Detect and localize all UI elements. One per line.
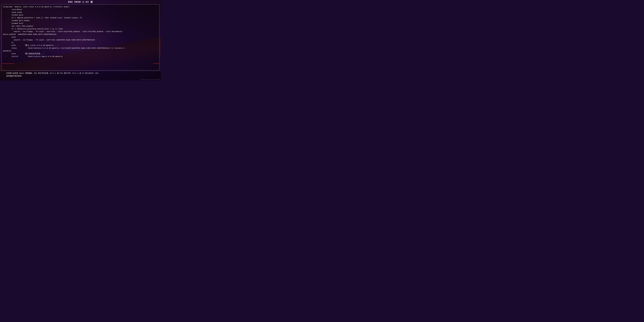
grub-title: GNU GRUB 2.02 版 [68,1,93,3]
code-content: setparams 'Ubuntu, with Linux 5.3.0-28-g… [2,4,159,59]
code-line-18: echo '载入初始化内存盘...' [3,52,158,55]
code-line-0: setparams 'Ubuntu, with Linux 5.3.0-28-g… [3,6,158,8]
red-underline-right [153,64,160,64]
status-text: 支持最小化的类 Emacs 屏幕编辑。Tab 列出可补全项，Ctrl-x 或 F… [6,72,155,78]
status-bar: 支持最小化的类 Emacs 屏幕编辑。Tab 列出可补全项，Ctrl-x 或 F… [0,71,161,80]
code-line-14: fi [3,41,158,44]
editor-area[interactable]: setparams 'Ubuntu, with Linux 5.3.0-28-g… [2,4,160,70]
code-line-5: if [ x$grub_platform = xxen ]; then insm… [3,16,158,19]
code-line-10: search --no-floppy --fs-uuid --set=root … [3,30,158,33]
screen: GNU GRUB 2.02 版 setparams 'Ubuntu, with … [0,0,161,80]
code-line-8: set root='hd1,msdos5' [3,25,158,28]
status-line-2: 放弃编辑开返回菜单。 [6,75,155,78]
code-line-16: linux /boot/vmlinuz-5.3.0-28-generic roo… [3,47,158,50]
code-line-12: else [3,36,158,38]
code-line-3: load_video [3,11,158,14]
code-line-4: insmod gzio [3,14,158,16]
url-watermark: https://blog.csdn.net/wxin_4381560 [141,79,160,80]
code-line-6: insmod part_msdos [3,19,158,22]
code-line-17: omodeset [3,50,158,52]
code-line-9: if [ x$feature_platform_search_hint = xy… [3,28,158,30]
code-line-19: initrd /boot/initrd.img-5.3.0-28-generic [3,55,158,58]
red-underline-left [2,64,14,64]
code-line-11: ahci1,msdos5 2abaf849-6aa0-44b5-8876-d4b… [3,33,158,36]
code-line-2: recordfail [3,8,158,11]
code-line-13: search --no-floppy --fs-uuid --set=root … [3,38,158,41]
code-line-7: insmod ext2 [3,22,158,25]
status-line-1: 支持最小化的类 Emacs 屏幕编辑。Tab 列出可补全项，Ctrl-x 或 F… [6,72,155,75]
title-bar: GNU GRUB 2.02 版 [0,0,161,4]
code-line-15: echo '载入 Linux 5.3.0-28-generic ...' [3,44,158,47]
